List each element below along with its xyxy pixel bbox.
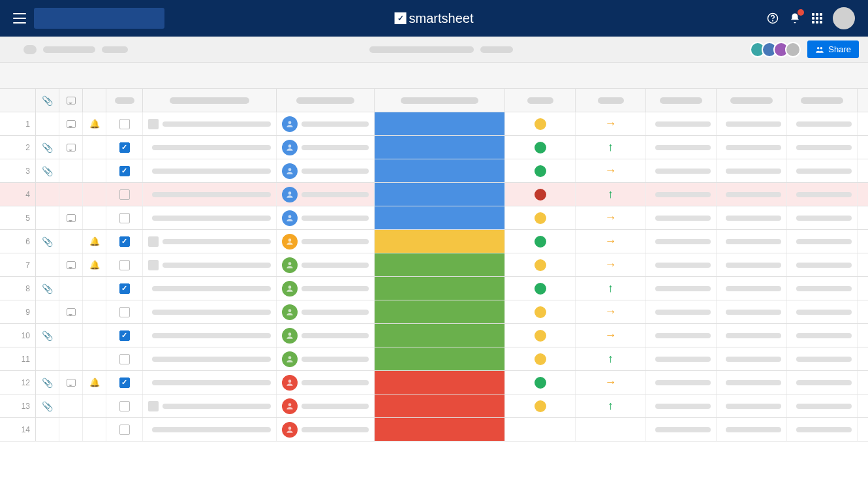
collaborator-avatar[interactable] bbox=[785, 42, 801, 57]
cell[interactable] bbox=[787, 394, 858, 417]
health-cell[interactable] bbox=[505, 277, 576, 300]
cell[interactable] bbox=[646, 347, 717, 370]
table-row[interactable]: 5→ bbox=[0, 206, 868, 230]
cell[interactable] bbox=[717, 206, 787, 229]
attachment-cell[interactable] bbox=[36, 418, 59, 441]
checkbox[interactable] bbox=[119, 354, 130, 364]
cell[interactable] bbox=[717, 371, 787, 394]
attachment-cell[interactable]: 📎 bbox=[36, 394, 59, 417]
cell[interactable] bbox=[717, 418, 787, 441]
reminder-cell[interactable]: 🔔 bbox=[83, 253, 106, 276]
collaborator-avatars[interactable] bbox=[754, 42, 801, 57]
cell[interactable] bbox=[717, 324, 787, 347]
column-header[interactable] bbox=[143, 89, 277, 112]
assignee-cell[interactable] bbox=[277, 159, 375, 182]
reminder-cell[interactable] bbox=[83, 159, 106, 182]
status-cell[interactable] bbox=[375, 159, 505, 182]
comment-cell[interactable] bbox=[59, 136, 83, 159]
table-row[interactable]: 4↑ bbox=[0, 183, 868, 206]
cell[interactable] bbox=[143, 159, 277, 182]
checkbox[interactable] bbox=[119, 236, 130, 247]
assignee-cell[interactable] bbox=[277, 230, 375, 253]
comment-cell[interactable] bbox=[59, 112, 83, 135]
health-cell[interactable] bbox=[505, 300, 576, 323]
status-cell[interactable] bbox=[375, 136, 505, 159]
attachment-cell[interactable] bbox=[36, 112, 59, 135]
assignee-cell[interactable] bbox=[277, 324, 375, 347]
cell[interactable] bbox=[646, 183, 717, 206]
checkbox[interactable] bbox=[119, 307, 130, 317]
cell[interactable] bbox=[787, 230, 858, 253]
toolbar-item[interactable] bbox=[43, 46, 95, 53]
cell[interactable] bbox=[717, 136, 787, 159]
health-cell[interactable] bbox=[505, 347, 576, 370]
cell[interactable] bbox=[787, 324, 858, 347]
trend-cell[interactable]: → bbox=[576, 112, 646, 135]
trend-cell[interactable]: → bbox=[576, 159, 646, 182]
header-checkbox[interactable] bbox=[106, 89, 143, 112]
checkbox-cell[interactable] bbox=[106, 159, 143, 182]
assignee-cell[interactable] bbox=[277, 371, 375, 394]
header-attachments[interactable]: 📎 bbox=[36, 89, 59, 112]
attachment-cell[interactable] bbox=[36, 347, 59, 370]
attachment-cell[interactable]: 📎 bbox=[36, 159, 59, 182]
cell[interactable] bbox=[717, 112, 787, 135]
cell[interactable] bbox=[717, 230, 787, 253]
assignee-cell[interactable] bbox=[277, 183, 375, 206]
cell[interactable] bbox=[646, 206, 717, 229]
assignee-cell[interactable] bbox=[277, 418, 375, 441]
column-header[interactable] bbox=[717, 89, 787, 112]
checkbox-cell[interactable] bbox=[106, 300, 143, 323]
cell[interactable] bbox=[646, 371, 717, 394]
assignee-cell[interactable] bbox=[277, 136, 375, 159]
help-icon[interactable] bbox=[766, 12, 779, 25]
health-cell[interactable] bbox=[505, 206, 576, 229]
checkbox-cell[interactable] bbox=[106, 418, 143, 441]
cell[interactable] bbox=[787, 253, 858, 276]
reminder-cell[interactable] bbox=[83, 136, 106, 159]
cell[interactable] bbox=[143, 277, 277, 300]
status-cell[interactable] bbox=[375, 418, 505, 441]
status-cell[interactable] bbox=[375, 394, 505, 417]
trend-cell[interactable]: → bbox=[576, 300, 646, 323]
cell[interactable] bbox=[646, 277, 717, 300]
cell[interactable] bbox=[787, 300, 858, 323]
assignee-cell[interactable] bbox=[277, 347, 375, 370]
health-cell[interactable] bbox=[505, 371, 576, 394]
reminder-cell[interactable] bbox=[83, 277, 106, 300]
cell[interactable] bbox=[143, 253, 277, 276]
table-row[interactable]: 9→ bbox=[0, 300, 868, 324]
comment-cell[interactable] bbox=[59, 183, 83, 206]
cell[interactable] bbox=[143, 206, 277, 229]
trend-cell[interactable]: → bbox=[576, 206, 646, 229]
checkbox-cell[interactable] bbox=[106, 371, 143, 394]
trend-cell[interactable]: ↑ bbox=[576, 347, 646, 370]
table-row[interactable]: 8📎↑ bbox=[0, 277, 868, 300]
assignee-cell[interactable] bbox=[277, 277, 375, 300]
share-button[interactable]: Share bbox=[807, 40, 859, 58]
health-cell[interactable] bbox=[505, 159, 576, 182]
checkbox-cell[interactable] bbox=[106, 394, 143, 417]
cell[interactable] bbox=[143, 418, 277, 441]
search-input[interactable] bbox=[34, 8, 164, 29]
cell[interactable] bbox=[646, 300, 717, 323]
cell[interactable] bbox=[646, 230, 717, 253]
health-cell[interactable] bbox=[505, 112, 576, 135]
sheet-title[interactable] bbox=[369, 46, 474, 53]
cell[interactable] bbox=[717, 277, 787, 300]
checkbox-cell[interactable] bbox=[106, 324, 143, 347]
comment-cell[interactable] bbox=[59, 159, 83, 182]
toolbar-item[interactable] bbox=[102, 46, 128, 53]
comment-cell[interactable] bbox=[59, 277, 83, 300]
checkbox-cell[interactable] bbox=[106, 347, 143, 370]
cell[interactable] bbox=[646, 112, 717, 135]
column-header[interactable] bbox=[576, 89, 646, 112]
health-cell[interactable] bbox=[505, 136, 576, 159]
checkbox[interactable] bbox=[119, 425, 130, 435]
checkbox-cell[interactable] bbox=[106, 183, 143, 206]
assignee-cell[interactable] bbox=[277, 253, 375, 276]
checkbox[interactable] bbox=[119, 283, 130, 294]
table-row[interactable]: 3📎→ bbox=[0, 159, 868, 183]
trend-cell[interactable]: → bbox=[576, 230, 646, 253]
cell[interactable] bbox=[717, 159, 787, 182]
